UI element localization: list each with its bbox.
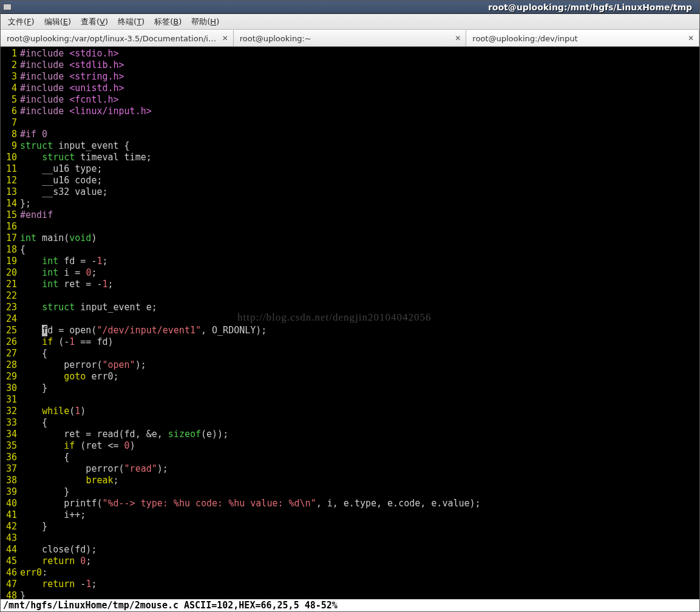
code-line: printf("%d--> type: %hu code: %hu value:…: [20, 498, 699, 509]
code-line: goto err0;: [20, 371, 699, 382]
code-line: };: [20, 198, 699, 209]
line-number: 15: [1, 209, 20, 221]
line-number: 47: [1, 579, 20, 590]
terminal-app-icon: [3, 4, 12, 10]
tab-bar: root@uplooking:/var/opt/linux-3.5/Docume…: [1, 30, 699, 47]
terminal-tab-1[interactable]: root@uplooking:~ ✕: [234, 30, 467, 46]
line-number: 42: [1, 521, 20, 532]
line-number: 8: [1, 129, 20, 140]
line-number: 14: [1, 198, 20, 209]
code-line: #include <stdlib.h>: [20, 59, 699, 71]
line-number: 29: [1, 371, 20, 382]
code-line: int fd = -1;: [20, 256, 699, 267]
code-line: perror("read");: [20, 463, 699, 475]
line-number: 28: [1, 359, 20, 371]
line-number: 30: [1, 382, 20, 394]
code-line: __u16 type;: [20, 163, 699, 175]
line-number: 11: [1, 163, 20, 175]
code-line: break;: [20, 475, 699, 486]
menubar: 文件(F) 编辑(E) 查看(V) 终端(T) 标签(B) 帮助(H): [1, 14, 699, 30]
line-number: 17: [1, 233, 20, 244]
line-number: 40: [1, 498, 20, 509]
code-line: #include <unistd.h>: [20, 83, 699, 94]
line-number: 5: [1, 94, 20, 106]
line-number: 9: [1, 140, 20, 152]
code-line: if (-1 == fd): [20, 336, 699, 348]
line-number: 43: [1, 532, 20, 544]
code-line: int main(void): [20, 233, 699, 244]
line-number: 27: [1, 348, 20, 359]
line-number: 36: [1, 452, 20, 463]
code-line: int ret = -1;: [20, 279, 699, 290]
code-line: #endif: [20, 209, 699, 221]
line-number: 41: [1, 509, 20, 521]
line-number: 44: [1, 544, 20, 556]
terminal-tab-2[interactable]: root@uplooking:/dev/input ✕: [466, 30, 699, 46]
line-number: 4: [1, 83, 20, 94]
line-number: 23: [1, 302, 20, 313]
line-number: 46: [1, 567, 20, 579]
close-icon[interactable]: ✕: [221, 34, 229, 42]
line-number: 12: [1, 175, 20, 186]
code-line: [20, 221, 699, 233]
line-number: 26: [1, 336, 20, 348]
editor-area[interactable]: http://blog.csdn.net/dengjin20104042056 …: [1, 47, 699, 599]
code-line: int i = 0;: [20, 267, 699, 279]
line-number: 31: [1, 394, 20, 406]
code-line: perror("open");: [20, 359, 699, 371]
line-number: 1: [1, 48, 20, 59]
menu-help[interactable]: 帮助(H): [186, 15, 224, 29]
close-icon[interactable]: ✕: [454, 34, 462, 42]
window-titlebar: root@uplooking:/mnt/hgfs/LinuxHome/tmp: [1, 1, 699, 14]
code-line: fd = open("/dev/input/event1", O_RDONLY)…: [20, 325, 699, 336]
code-line: }: [20, 382, 699, 394]
line-number: 48: [1, 590, 20, 599]
menu-file[interactable]: 文件(F): [3, 15, 39, 29]
line-number: 2: [1, 59, 20, 71]
menu-tabs[interactable]: 标签(B): [149, 15, 186, 29]
code-line: #include <fcntl.h>: [20, 94, 699, 106]
line-number: 3: [1, 71, 20, 83]
code-line: [20, 117, 699, 129]
window-title: root@uplooking:/mnt/hgfs/LinuxHome/tmp: [15, 2, 697, 12]
code-line: #include <string.h>: [20, 71, 699, 83]
code-line: close(fd);: [20, 544, 699, 556]
menu-terminal[interactable]: 终端(T): [113, 15, 149, 29]
line-number: 21: [1, 279, 20, 290]
code-line: #include <stdio.h>: [20, 48, 699, 59]
code-line: struct input_event e;: [20, 302, 699, 313]
close-icon[interactable]: ✕: [687, 34, 695, 42]
code-line: {: [20, 452, 699, 463]
code-line: struct timeval time;: [20, 152, 699, 163]
code-line: while(1): [20, 406, 699, 417]
line-number: 37: [1, 463, 20, 475]
line-number: 10: [1, 152, 20, 163]
line-number: 13: [1, 186, 20, 198]
code-line: #if 0: [20, 129, 699, 140]
line-number: 39: [1, 486, 20, 498]
code-line: [20, 532, 699, 544]
line-number: 32: [1, 406, 20, 417]
menu-edit[interactable]: 编辑(E): [39, 15, 76, 29]
line-number: 33: [1, 417, 20, 429]
line-number: 35: [1, 440, 20, 452]
code-line: ret = read(fd, &e, sizeof(e));: [20, 429, 699, 440]
code-line: #include <linux/input.h>: [20, 106, 699, 117]
menu-view[interactable]: 查看(V): [76, 15, 113, 29]
vim-status-line: /mnt/hgfs/LinuxHome/tmp/2mouse.c ASCII=1…: [1, 599, 699, 611]
cursor: f: [42, 325, 47, 336]
line-number: 24: [1, 313, 20, 325]
code-line: __s32 value;: [20, 186, 699, 198]
code-line: }: [20, 590, 699, 599]
line-number: 38: [1, 475, 20, 486]
code-line: [20, 313, 699, 325]
line-number: 6: [1, 106, 20, 117]
code-line: struct input_event {: [20, 140, 699, 152]
line-number: 7: [1, 117, 20, 129]
tab-label: root@uplooking:~: [240, 34, 311, 43]
code-line: }: [20, 521, 699, 532]
code-line: [20, 290, 699, 302]
code-line: err0:: [20, 567, 699, 579]
terminal-tab-0[interactable]: root@uplooking:/var/opt/linux-3.5/Docume…: [1, 30, 234, 46]
code-line: return -1;: [20, 579, 699, 590]
